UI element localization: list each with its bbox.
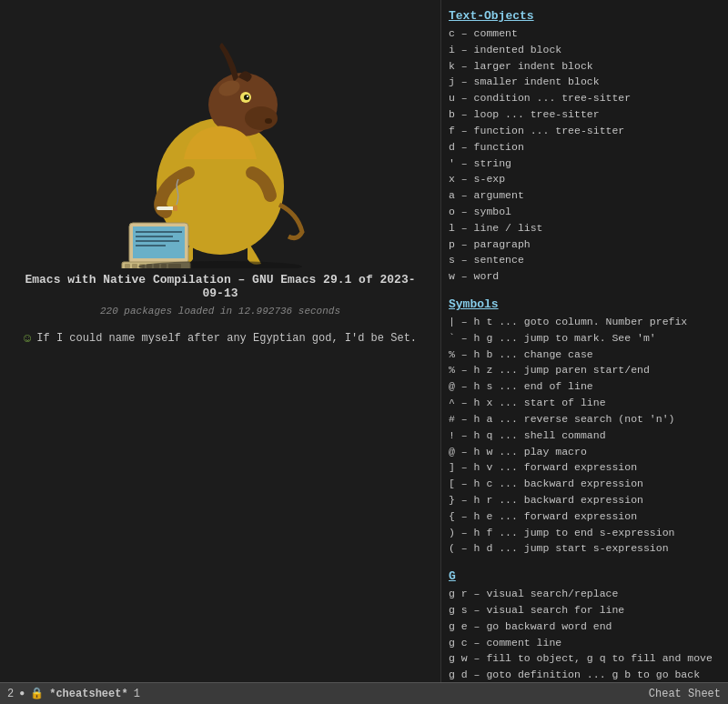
list-item: ` – h g ... jump to mark. See 'm': [449, 330, 721, 347]
list-item: b – loop ... tree-sitter: [449, 106, 721, 123]
section-title-symbols: Symbols: [449, 297, 721, 311]
status-num: 2: [7, 688, 14, 700]
svg-point-2: [245, 106, 278, 130]
list-item: k – larger indent block: [449, 58, 721, 75]
list-item: | – h t ... goto column. Number prefix: [449, 314, 721, 330]
left-panel: Emacs with Native Compilation – GNU Emac…: [0, 0, 441, 682]
list-item: g r – visual search/replace: [449, 586, 721, 602]
main-area: Emacs with Native Compilation – GNU Emac…: [0, 0, 728, 682]
status-dot: ●: [19, 689, 25, 699]
emacs-subtitle: 220 packages loaded in 12.992736 seconds: [100, 306, 340, 317]
list-item: x – s-exp: [449, 171, 721, 187]
list-item: g w – fill to object, g q to fill and mo…: [449, 650, 721, 667]
list-item: [ – h c ... backward expression: [449, 476, 721, 492]
list-item: % – h z ... jump paren start/end: [449, 362, 721, 378]
list-item: ] – h v ... forward expression: [449, 459, 721, 476]
list-item: % – h b ... change case: [449, 347, 721, 363]
fortune-icon: ☺: [24, 331, 31, 346]
list-item: g s – visual search for line: [449, 602, 721, 619]
list-item: ' – string: [449, 156, 721, 172]
list-item: # – h a ... reverse search (not 'n'): [449, 411, 721, 427]
list-item: @ – h w ... play macro: [449, 444, 721, 460]
section-title-g: G: [449, 569, 721, 583]
list-item: g e – go backward word end: [449, 619, 721, 635]
status-num2: 1: [134, 688, 140, 700]
list-item: ! – h q ... shell command: [449, 427, 721, 444]
list-item: s – sentence: [449, 252, 721, 268]
list-item: ) – h f ... jump to end s-expression: [449, 525, 721, 541]
list-item: i – indented block: [449, 42, 721, 58]
emacs-title: Emacs with Native Compilation – GNU Emac…: [18, 273, 422, 300]
section-title-text-objects: Text-Objects: [449, 9, 721, 23]
list-item: l – line / list: [449, 220, 721, 236]
list-item: d – function: [449, 139, 721, 156]
list-item: a – argument: [449, 187, 721, 204]
list-item: g d – goto definition ... g b to go back: [449, 667, 721, 682]
svg-rect-8: [157, 206, 175, 210]
svg-rect-17: [125, 264, 130, 268]
fortune-text: If I could name myself after any Egyptia…: [36, 332, 417, 345]
svg-rect-9: [173, 206, 177, 211]
list-item: f – function ... tree-sitter: [449, 123, 721, 139]
gnu-mascot: [93, 18, 348, 273]
list-item: p – paragraph: [449, 236, 721, 253]
list-item: ^ – h x ... start of line: [449, 395, 721, 411]
list-item: c – comment: [449, 25, 721, 42]
list-item: g c – comment line: [449, 635, 721, 651]
svg-rect-18: [132, 264, 137, 268]
list-item: w – word: [449, 268, 721, 285]
list-item: ( – h d ... jump start s-expression: [449, 540, 721, 557]
list-item: } – h r ... backward expression: [449, 492, 721, 508]
fortune-line: ☺ If I could name myself after any Egypt…: [24, 331, 417, 346]
list-item: u – condition ... tree-sitter: [449, 90, 721, 106]
status-lock-icon: 🔒: [30, 687, 44, 700]
svg-point-3: [265, 118, 272, 124]
list-item: o – symbol: [449, 204, 721, 220]
list-item: j – smaller indent block: [449, 74, 721, 90]
status-buffer: *cheatsheet*: [49, 688, 127, 700]
svg-point-5: [244, 95, 249, 100]
list-item: @ – h s ... end of line: [449, 378, 721, 395]
status-bar: 2 ● 🔒 *cheatsheet* 1 Cheat Sheet: [0, 682, 728, 704]
right-panel[interactable]: Text-Objects c – comment i – indented bl…: [441, 0, 728, 682]
status-right-label: Cheat Sheet: [649, 688, 721, 700]
list-item: { – h e ... forward expression: [449, 508, 721, 525]
svg-point-6: [247, 96, 248, 97]
